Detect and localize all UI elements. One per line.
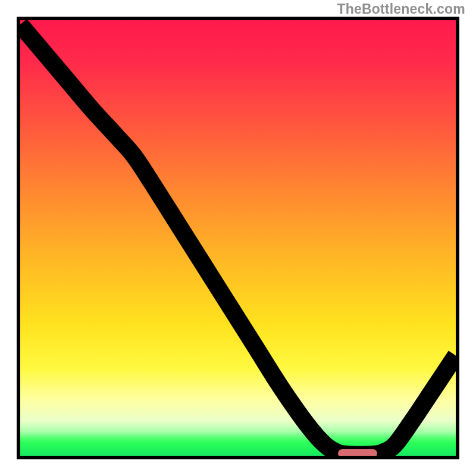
background-gradient [20, 20, 456, 456]
optimal-range-marker [338, 449, 377, 458]
chart-frame [17, 17, 459, 459]
gradient-rect [20, 20, 456, 456]
plot-area [20, 20, 456, 456]
attribution-label: TheBottleneck.com [337, 1, 465, 17]
